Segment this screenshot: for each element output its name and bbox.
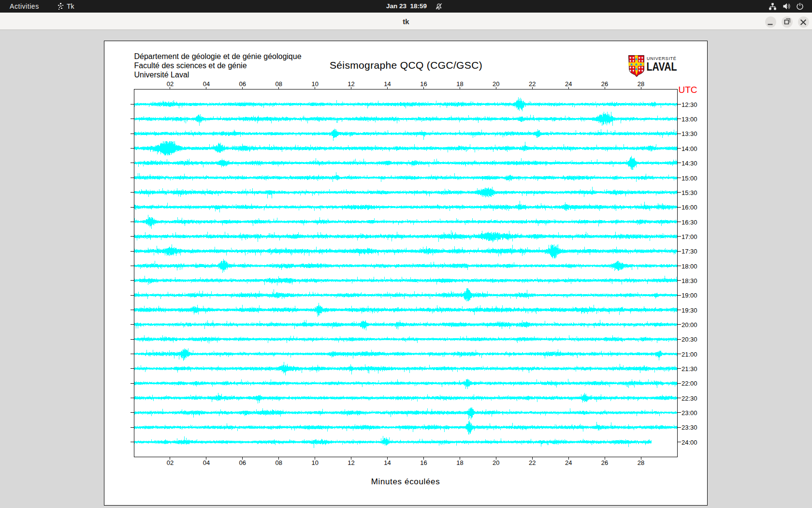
svg-text:Faculté des sciences et de gén: Faculté des sciences et de génie — [134, 61, 247, 70]
svg-text:10: 10 — [311, 80, 318, 88]
svg-text:17:30: 17:30 — [682, 248, 697, 255]
svg-text:28: 28 — [638, 80, 644, 88]
svg-text:12:30: 12:30 — [682, 101, 697, 108]
svg-text:13:00: 13:00 — [682, 116, 697, 123]
svg-text:LAVAL: LAVAL — [647, 60, 677, 73]
svg-text:Minutes écoulées: Minutes écoulées — [371, 477, 440, 486]
svg-text:19:00: 19:00 — [682, 292, 697, 299]
svg-text:26: 26 — [601, 80, 608, 88]
svg-text:21:00: 21:00 — [682, 351, 697, 358]
svg-text:16:00: 16:00 — [682, 204, 697, 211]
svg-text:15:00: 15:00 — [682, 175, 697, 182]
svg-text:Séismographe QCQ (CGC/GSC): Séismographe QCQ (CGC/GSC) — [330, 60, 482, 71]
svg-text:Université Laval: Université Laval — [134, 71, 189, 79]
svg-text:22: 22 — [529, 459, 536, 466]
svg-text:10: 10 — [311, 459, 318, 466]
svg-text:14: 14 — [384, 80, 391, 88]
svg-text:20: 20 — [493, 80, 499, 88]
svg-text:17:00: 17:00 — [682, 233, 697, 240]
svg-text:16: 16 — [420, 80, 427, 88]
svg-text:20:00: 20:00 — [682, 321, 697, 329]
svg-text:14:30: 14:30 — [682, 160, 697, 167]
svg-text:20: 20 — [493, 459, 499, 466]
svg-text:18:00: 18:00 — [682, 263, 697, 270]
svg-text:18:30: 18:30 — [682, 277, 697, 284]
svg-text:UTC: UTC — [678, 85, 697, 95]
svg-text:22:30: 22:30 — [682, 395, 697, 402]
svg-text:15:30: 15:30 — [682, 189, 697, 196]
svg-text:24:00: 24:00 — [682, 439, 697, 446]
svg-text:04: 04 — [203, 459, 210, 466]
svg-text:06: 06 — [239, 459, 246, 466]
svg-text:16: 16 — [420, 459, 427, 466]
svg-text:19:30: 19:30 — [682, 307, 697, 314]
svg-text:20:30: 20:30 — [682, 336, 697, 343]
svg-text:08: 08 — [275, 80, 282, 88]
svg-text:28: 28 — [638, 459, 644, 466]
svg-text:08: 08 — [275, 459, 282, 466]
svg-text:06: 06 — [239, 80, 246, 88]
svg-text:14: 14 — [384, 459, 391, 466]
svg-text:04: 04 — [203, 80, 210, 88]
svg-text:16:30: 16:30 — [682, 219, 697, 226]
svg-text:22: 22 — [529, 80, 536, 88]
svg-text:23:00: 23:00 — [682, 409, 697, 417]
svg-text:21:30: 21:30 — [682, 365, 697, 373]
svg-text:18: 18 — [456, 459, 463, 466]
svg-text:18: 18 — [456, 80, 463, 88]
svg-text:13:30: 13:30 — [682, 130, 697, 137]
svg-text:02: 02 — [167, 80, 174, 88]
svg-text:12: 12 — [348, 459, 354, 466]
svg-text:23:30: 23:30 — [682, 424, 697, 431]
svg-text:Département de géologie et de: Département de géologie et de génie géol… — [134, 52, 302, 60]
svg-text:14:00: 14:00 — [682, 145, 697, 152]
svg-text:24: 24 — [565, 80, 572, 88]
svg-text:02: 02 — [167, 459, 174, 466]
svg-text:24: 24 — [565, 459, 572, 466]
svg-text:26: 26 — [601, 459, 608, 466]
svg-text:12: 12 — [348, 80, 354, 88]
svg-text:22:00: 22:00 — [682, 380, 697, 387]
